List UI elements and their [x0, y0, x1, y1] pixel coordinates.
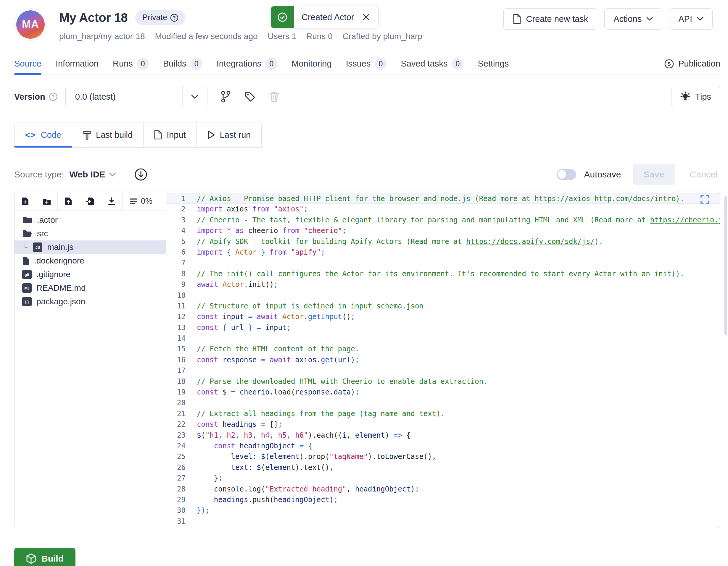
code-line-5[interactable]: 5// Apify SDK - toolkit for building Api… — [166, 236, 720, 247]
code-line-21[interactable]: 21// Extract all headings from the page … — [166, 408, 720, 419]
download-icon[interactable] — [101, 192, 123, 211]
visibility-badge: Private ? — [135, 10, 186, 25]
web-ide: 0% .actorsrc└JSmain.js.dockerignoregit.g… — [14, 192, 720, 528]
code-line-22[interactable]: 22const headings = []; — [166, 419, 720, 430]
code-line-12[interactable]: 12const input = await Actor.getInput(); — [166, 311, 720, 322]
chevron-down-icon — [109, 173, 116, 177]
code-icon: <> — [25, 130, 36, 140]
code-line-11[interactable]: 11// Structure of input is defined in in… — [166, 301, 720, 311]
tips-button[interactable]: Tips — [671, 86, 720, 107]
code-line-3[interactable]: 3// Cheerio - The fast, flexible & elega… — [166, 215, 720, 225]
code-line-24[interactable]: 24 const headingObject = { — [166, 441, 720, 451]
version-select[interactable]: 0.0 (latest) — [65, 86, 207, 107]
code-line-15[interactable]: 15// Fetch the HTML content of the page. — [166, 343, 720, 354]
code-line-14[interactable]: 14 — [166, 333, 720, 343]
tab-source[interactable]: Source — [14, 53, 41, 75]
new-folder-icon[interactable] — [36, 192, 58, 211]
tab-integrations[interactable]: Integrations0 — [217, 53, 278, 75]
file-item-README-md[interactable]: M↓README.md — [15, 281, 166, 295]
file-item-src[interactable]: src — [15, 227, 166, 241]
code-line-30[interactable]: 30}); — [166, 505, 720, 516]
new-file-icon[interactable] — [15, 192, 36, 211]
toast-message: Created Actor — [294, 6, 362, 28]
file-item--actor[interactable]: .actor — [15, 213, 166, 227]
subtab-code[interactable]: <>Code — [15, 122, 72, 147]
ide-subtabs: <>CodeLast buildInputLast run — [14, 122, 262, 148]
code-line-23[interactable]: 23$("h1, h2, h3, h4, h5, h6").each((i, e… — [166, 430, 720, 441]
build-button[interactable]: Build — [14, 548, 75, 566]
version-row: Version ? 0.0 (latest) Tips — [14, 86, 720, 107]
lightbulb-icon — [680, 91, 690, 102]
actor-header: MA My Actor 18 Private ? plum_harp/my-ac… — [14, 0, 720, 41]
code-line-1[interactable]: 1// Axios - Promise based HTTP client fo… — [166, 193, 720, 204]
storage-usage: 0% — [123, 192, 166, 211]
code-line-29[interactable]: 29 headings.push(headingObject); — [166, 494, 720, 505]
code-line-10[interactable]: 10 — [166, 290, 720, 301]
chevron-down-icon — [646, 17, 653, 21]
upload-file-icon[interactable] — [58, 192, 79, 211]
tab-monitoring[interactable]: Monitoring — [291, 53, 331, 75]
trash-icon[interactable] — [269, 91, 280, 103]
source-type-select[interactable]: Web IDE — [69, 170, 116, 180]
version-label: Version ? — [14, 92, 58, 102]
api-dropdown-button[interactable]: API — [669, 8, 713, 30]
tab-builds[interactable]: Builds0 — [163, 53, 202, 75]
folder-open-icon — [22, 230, 32, 238]
file-item--gitignore[interactable]: git.gitignore — [15, 268, 166, 281]
code-line-4[interactable]: 4import * as cheerio from "cheerio"; — [166, 225, 720, 236]
code-line-8[interactable]: 8// The init() call configures the Actor… — [166, 269, 720, 279]
code-line-13[interactable]: 13const { url } = input; — [166, 322, 720, 333]
close-icon[interactable] — [362, 6, 378, 28]
file-item-main-js[interactable]: └JSmain.js — [15, 241, 166, 254]
subtab-last-run[interactable]: Last run — [197, 122, 262, 147]
code-line-9[interactable]: 9await Actor.init(); — [166, 279, 720, 290]
tab-saved-tasks[interactable]: Saved tasks0 — [401, 53, 463, 75]
code-line-26[interactable]: 26 text: $(element).text(), — [166, 462, 720, 473]
code-line-31[interactable]: 31 — [166, 516, 720, 527]
actions-dropdown-button[interactable]: Actions — [604, 8, 662, 30]
publication-link[interactable]: S Publication — [664, 59, 720, 69]
tab-runs[interactable]: Runs0 — [113, 53, 149, 75]
code-line-25[interactable]: 25 level: $(element).prop("tagName").toL… — [166, 451, 720, 462]
new-task-file-icon — [513, 14, 521, 24]
import-file-icon[interactable] — [79, 192, 101, 211]
code-line-6[interactable]: 6import { Actor } from "apify"; — [166, 247, 720, 258]
publication-icon: S — [664, 59, 674, 69]
create-new-task-button[interactable]: Create new task — [503, 8, 597, 30]
autosave-toggle[interactable] — [557, 169, 576, 180]
subtab-last-build[interactable]: Last build — [72, 122, 144, 147]
code-line-27[interactable]: 27 }; — [166, 473, 720, 483]
created-actor-toast: Created Actor — [270, 6, 379, 28]
json-icon: { } — [22, 297, 32, 306]
code-line-19[interactable]: 19const $ = cheerio.load(response.data); — [166, 387, 720, 397]
tab-information[interactable]: Information — [56, 53, 99, 75]
file-item--dockerignore[interactable]: .dockerignore — [15, 254, 166, 268]
tag-icon[interactable] — [244, 91, 256, 103]
file-icon — [154, 130, 162, 140]
build-package-icon — [26, 553, 36, 564]
file-item-package-json[interactable]: { }package.json — [15, 295, 166, 308]
file-icon — [22, 257, 29, 265]
page-scrollbar[interactable] — [724, 196, 727, 335]
page-title: My Actor 18 — [59, 11, 128, 25]
code-line-2[interactable]: 2import axios from "axios"; — [166, 204, 720, 215]
code-line-17[interactable]: 17 — [166, 365, 720, 376]
source-type-row: Source type: Web IDE Autosave Save Cance… — [14, 164, 720, 185]
play-icon — [207, 130, 215, 139]
cancel-button[interactable]: Cancel — [687, 170, 720, 180]
tab-issues[interactable]: Issues0 — [346, 53, 387, 75]
users-count: Users 1 — [268, 32, 296, 41]
tab-settings[interactable]: Settings — [478, 53, 509, 75]
code-line-28[interactable]: 28 console.log("Extracted heading", head… — [166, 484, 720, 494]
save-button[interactable]: Save — [633, 164, 675, 185]
download-circle-icon[interactable] — [134, 168, 148, 181]
code-editor[interactable]: 1// Axios - Promise based HTTP client fo… — [166, 192, 720, 528]
code-line-7[interactable]: 7 — [166, 258, 720, 268]
code-line-18[interactable]: 18// Parse the downloaded HTML with Chee… — [166, 376, 720, 387]
code-line-20[interactable]: 20 — [166, 397, 720, 408]
subtab-input[interactable]: Input — [144, 122, 197, 147]
help-circle-icon[interactable]: ? — [49, 92, 58, 101]
git-branch-icon[interactable] — [220, 91, 231, 103]
code-line-16[interactable]: 16const response = await axios.get(url); — [166, 354, 720, 365]
actor-tab-bar: SourceInformationRuns0Builds0Integration… — [14, 53, 720, 75]
